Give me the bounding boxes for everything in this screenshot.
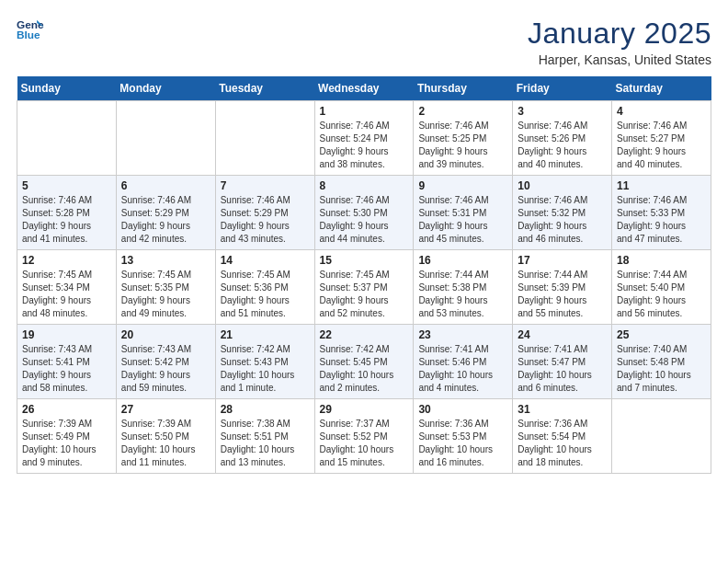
calendar-header: Sunday Monday Tuesday Wednesday Thursday… <box>17 76 711 101</box>
day-info: Sunrise: 7:46 AM Sunset: 5:24 PM Dayligh… <box>320 120 409 171</box>
day-number: 22 <box>320 328 409 341</box>
day-number: 23 <box>418 328 507 341</box>
day-info: Sunrise: 7:42 AM Sunset: 5:45 PM Dayligh… <box>320 343 409 395</box>
day-number: 16 <box>418 254 507 267</box>
day-info: Sunrise: 7:39 AM Sunset: 5:49 PM Dayligh… <box>22 418 111 469</box>
day-info: Sunrise: 7:42 AM Sunset: 5:43 PM Dayligh… <box>221 343 310 395</box>
day-number: 31 <box>518 403 607 416</box>
calendar-week-2: 5Sunrise: 7:46 AM Sunset: 5:28 PM Daylig… <box>17 176 711 250</box>
day-info: Sunrise: 7:45 AM Sunset: 5:35 PM Dayligh… <box>121 269 210 320</box>
day-info: Sunrise: 7:45 AM Sunset: 5:34 PM Dayligh… <box>22 269 111 320</box>
day-info: Sunrise: 7:46 AM Sunset: 5:31 PM Dayligh… <box>418 194 507 246</box>
day-info: Sunrise: 7:46 AM Sunset: 5:32 PM Dayligh… <box>518 194 607 246</box>
calendar-cell: 5Sunrise: 7:46 AM Sunset: 5:28 PM Daylig… <box>17 176 117 250</box>
calendar-cell: 14Sunrise: 7:45 AM Sunset: 5:36 PM Dayli… <box>215 250 314 325</box>
calendar-cell <box>116 101 215 176</box>
day-number: 9 <box>418 179 507 192</box>
calendar-title: January 2025 <box>528 17 711 51</box>
day-info: Sunrise: 7:37 AM Sunset: 5:52 PM Dayligh… <box>320 418 409 469</box>
day-info: Sunrise: 7:46 AM Sunset: 5:27 PM Dayligh… <box>617 120 706 171</box>
calendar-cell: 29Sunrise: 7:37 AM Sunset: 5:52 PM Dayli… <box>314 399 414 474</box>
day-info: Sunrise: 7:46 AM Sunset: 5:30 PM Dayligh… <box>320 194 409 246</box>
calendar-cell: 3Sunrise: 7:46 AM Sunset: 5:26 PM Daylig… <box>513 101 612 176</box>
day-info: Sunrise: 7:46 AM Sunset: 5:25 PM Dayligh… <box>418 120 507 171</box>
day-info: Sunrise: 7:43 AM Sunset: 5:41 PM Dayligh… <box>22 343 111 395</box>
calendar-cell: 19Sunrise: 7:43 AM Sunset: 5:41 PM Dayli… <box>17 325 117 399</box>
day-number: 11 <box>617 179 706 192</box>
day-number: 12 <box>22 254 111 267</box>
calendar-cell: 26Sunrise: 7:39 AM Sunset: 5:49 PM Dayli… <box>17 399 117 474</box>
calendar-week-4: 19Sunrise: 7:43 AM Sunset: 5:41 PM Dayli… <box>17 325 711 399</box>
day-info: Sunrise: 7:46 AM Sunset: 5:29 PM Dayligh… <box>221 194 310 246</box>
calendar-cell: 18Sunrise: 7:44 AM Sunset: 5:40 PM Dayli… <box>612 250 711 325</box>
day-info: Sunrise: 7:44 AM Sunset: 5:40 PM Dayligh… <box>617 269 706 320</box>
calendar-cell: 1Sunrise: 7:46 AM Sunset: 5:24 PM Daylig… <box>314 101 414 176</box>
day-number: 26 <box>22 403 111 416</box>
day-number: 2 <box>418 105 507 118</box>
day-number: 13 <box>121 254 210 267</box>
header-monday: Monday <box>116 76 215 101</box>
calendar-cell: 20Sunrise: 7:43 AM Sunset: 5:42 PM Dayli… <box>116 325 215 399</box>
calendar-cell: 31Sunrise: 7:36 AM Sunset: 5:54 PM Dayli… <box>513 399 612 474</box>
calendar-cell: 6Sunrise: 7:46 AM Sunset: 5:29 PM Daylig… <box>116 176 215 250</box>
logo-icon: General Blue <box>17 17 44 42</box>
calendar-cell: 2Sunrise: 7:46 AM Sunset: 5:25 PM Daylig… <box>414 101 513 176</box>
day-info: Sunrise: 7:43 AM Sunset: 5:42 PM Dayligh… <box>121 343 210 395</box>
day-number: 7 <box>221 179 310 192</box>
day-number: 25 <box>617 328 706 341</box>
day-number: 4 <box>617 105 706 118</box>
header-thursday: Thursday <box>414 76 513 101</box>
header-saturday: Saturday <box>612 76 711 101</box>
day-number: 29 <box>320 403 409 416</box>
day-info: Sunrise: 7:41 AM Sunset: 5:46 PM Dayligh… <box>418 343 507 395</box>
day-number: 21 <box>221 328 310 341</box>
calendar-week-3: 12Sunrise: 7:45 AM Sunset: 5:34 PM Dayli… <box>17 250 711 325</box>
day-number: 18 <box>617 254 706 267</box>
calendar-cell: 9Sunrise: 7:46 AM Sunset: 5:31 PM Daylig… <box>414 176 513 250</box>
header: General Blue January 2025 Harper, Kansas… <box>17 17 711 67</box>
day-number: 15 <box>320 254 409 267</box>
day-number: 14 <box>221 254 310 267</box>
calendar-cell: 28Sunrise: 7:38 AM Sunset: 5:51 PM Dayli… <box>215 399 314 474</box>
calendar-cell <box>612 399 711 474</box>
day-number: 20 <box>121 328 210 341</box>
day-info: Sunrise: 7:40 AM Sunset: 5:48 PM Dayligh… <box>617 343 706 395</box>
calendar-table: Sunday Monday Tuesday Wednesday Thursday… <box>17 76 711 474</box>
day-number: 30 <box>418 403 507 416</box>
calendar-cell: 13Sunrise: 7:45 AM Sunset: 5:35 PM Dayli… <box>116 250 215 325</box>
day-number: 8 <box>320 179 409 192</box>
calendar-cell: 12Sunrise: 7:45 AM Sunset: 5:34 PM Dayli… <box>17 250 117 325</box>
day-info: Sunrise: 7:36 AM Sunset: 5:54 PM Dayligh… <box>518 418 607 469</box>
day-number: 17 <box>518 254 607 267</box>
calendar-cell: 21Sunrise: 7:42 AM Sunset: 5:43 PM Dayli… <box>215 325 314 399</box>
calendar-cell: 22Sunrise: 7:42 AM Sunset: 5:45 PM Dayli… <box>314 325 414 399</box>
header-wednesday: Wednesday <box>314 76 414 101</box>
calendar-cell: 8Sunrise: 7:46 AM Sunset: 5:30 PM Daylig… <box>314 176 414 250</box>
day-info: Sunrise: 7:46 AM Sunset: 5:29 PM Dayligh… <box>121 194 210 246</box>
day-info: Sunrise: 7:41 AM Sunset: 5:47 PM Dayligh… <box>518 343 607 395</box>
day-number: 1 <box>320 105 409 118</box>
day-number: 24 <box>518 328 607 341</box>
day-info: Sunrise: 7:39 AM Sunset: 5:50 PM Dayligh… <box>121 418 210 469</box>
calendar-cell: 4Sunrise: 7:46 AM Sunset: 5:27 PM Daylig… <box>612 101 711 176</box>
day-info: Sunrise: 7:36 AM Sunset: 5:53 PM Dayligh… <box>418 418 507 469</box>
header-sunday: Sunday <box>17 76 117 101</box>
day-info: Sunrise: 7:45 AM Sunset: 5:36 PM Dayligh… <box>221 269 310 320</box>
calendar-cell: 25Sunrise: 7:40 AM Sunset: 5:48 PM Dayli… <box>612 325 711 399</box>
day-info: Sunrise: 7:38 AM Sunset: 5:51 PM Dayligh… <box>221 418 310 469</box>
day-number: 10 <box>518 179 607 192</box>
day-number: 5 <box>22 179 111 192</box>
header-row: Sunday Monday Tuesday Wednesday Thursday… <box>17 76 711 101</box>
calendar-cell: 11Sunrise: 7:46 AM Sunset: 5:33 PM Dayli… <box>612 176 711 250</box>
day-number: 3 <box>518 105 607 118</box>
day-info: Sunrise: 7:46 AM Sunset: 5:26 PM Dayligh… <box>518 120 607 171</box>
logo: General Blue <box>17 17 46 42</box>
calendar-cell <box>215 101 314 176</box>
calendar-week-1: 1Sunrise: 7:46 AM Sunset: 5:24 PM Daylig… <box>17 101 711 176</box>
calendar-week-5: 26Sunrise: 7:39 AM Sunset: 5:49 PM Dayli… <box>17 399 711 474</box>
calendar-cell: 30Sunrise: 7:36 AM Sunset: 5:53 PM Dayli… <box>414 399 513 474</box>
header-tuesday: Tuesday <box>215 76 314 101</box>
day-info: Sunrise: 7:46 AM Sunset: 5:28 PM Dayligh… <box>22 194 111 246</box>
calendar-cell <box>17 101 117 176</box>
day-info: Sunrise: 7:44 AM Sunset: 5:39 PM Dayligh… <box>518 269 607 320</box>
